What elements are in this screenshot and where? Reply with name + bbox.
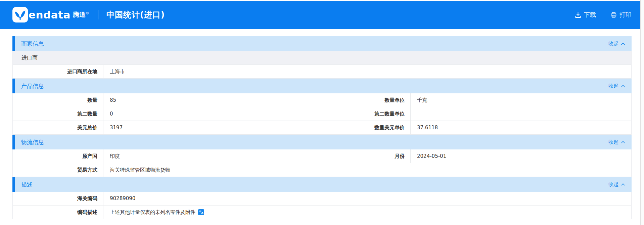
download-icon (574, 11, 582, 18)
translate-icon[interactable]: 中 A (198, 209, 204, 215)
collapse-label: 收起 (608, 83, 618, 89)
table-row: 美元总价 3197 数量美元单价 37.6118 (12, 121, 632, 135)
collapse-button-logistics[interactable]: 收起 (608, 139, 625, 145)
section-header-merchant: 商家信息 收起 (12, 36, 632, 51)
table-row: 数量 85 数量单位 千克 (12, 93, 632, 107)
field-label: 数量 (13, 93, 103, 107)
field-value: 2024-05-01 (411, 149, 631, 163)
field-label: 贸易方式 (13, 163, 103, 177)
translate-en-glyph: A (201, 212, 203, 215)
table-row: 原产国 印度 月份 2024-05-01 (12, 149, 632, 163)
chevron-up-icon (621, 183, 625, 186)
header-divider (98, 10, 98, 19)
section-header-logistics: 物流信息 收起 (12, 135, 632, 149)
field-value: 海关特殊监管区域物流货物 (103, 163, 631, 177)
table-row: 编码描述 上述其他计量仪表的未列名零件及附件 中 A (12, 206, 632, 219)
field-value (411, 107, 631, 121)
brand-wordmark: endata (29, 9, 71, 21)
chevron-up-icon (621, 85, 625, 88)
field-label: 原产国 (13, 149, 103, 163)
field-value: 上述其他计量仪表的未列名零件及附件 (110, 209, 195, 216)
table-row: 进口商 (12, 51, 632, 65)
brand-cjk: 腾道® (73, 10, 89, 19)
scrollbar[interactable] (640, 0, 644, 225)
field-label: 数量美元单价 (322, 121, 411, 134)
page-title: 中国统计(进口) (106, 9, 165, 20)
table-row: 进口商所在地 上海市 (12, 65, 632, 79)
banner-text: 进口商 (21, 54, 38, 61)
section-header-product: 产品信息 收起 (12, 79, 632, 93)
chevron-up-icon (621, 42, 625, 45)
detail-panel: 商家信息 收起 进口商 进口商所在地 上海市 产品信息 收起 数量 85 数量单… (12, 36, 632, 219)
section-title: 商家信息 (21, 40, 44, 48)
tendata-leaf-glyph (14, 9, 26, 20)
field-value: 90289090 (103, 192, 631, 205)
print-button[interactable]: 打印 (610, 11, 632, 19)
section-title: 物流信息 (21, 138, 44, 146)
field-label: 月份 (322, 149, 411, 163)
field-value: 上海市 (103, 65, 631, 78)
section-header-description: 描述 收起 (12, 177, 632, 192)
field-label: 第二数量单位 (322, 107, 411, 121)
tendata-logo-icon[interactable] (12, 7, 28, 22)
collapse-button-product[interactable]: 收起 (608, 83, 625, 89)
field-label: 美元总价 (13, 121, 103, 134)
field-value: 85 (103, 93, 322, 107)
table-row: 第二数量 0 第二数量单位 (12, 107, 632, 121)
chevron-up-icon (621, 141, 625, 144)
table-row: 海关编码 90289090 (12, 192, 632, 206)
collapse-button-merchant[interactable]: 收起 (608, 41, 625, 47)
section-title: 产品信息 (21, 82, 44, 90)
collapse-button-description[interactable]: 收起 (608, 181, 625, 188)
printer-icon (610, 11, 617, 18)
app-header: endata 腾道® 中国统计(进口) 下载 打印 (0, 1, 644, 29)
download-button[interactable]: 下载 (574, 11, 596, 19)
collapse-label: 收起 (608, 139, 618, 145)
field-label: 数量单位 (322, 93, 411, 107)
field-value: 37.6118 (411, 121, 631, 134)
section-title: 描述 (21, 181, 33, 188)
download-label: 下载 (584, 11, 596, 19)
field-label: 编码描述 (13, 206, 103, 219)
table-row: 贸易方式 海关特殊监管区域物流货物 (12, 163, 632, 177)
field-label: 第二数量 (13, 107, 103, 121)
field-label: 海关编码 (13, 192, 103, 205)
field-label: 进口商所在地 (13, 65, 103, 78)
field-value-with-icon: 上述其他计量仪表的未列名零件及附件 中 A (103, 206, 631, 219)
collapse-label: 收起 (608, 181, 618, 188)
field-value: 3197 (103, 121, 322, 134)
header-actions: 下载 打印 (574, 11, 632, 19)
field-value: 印度 (103, 149, 322, 163)
print-label: 打印 (619, 11, 632, 19)
field-value: 千克 (411, 93, 631, 107)
registered-mark: ® (86, 11, 89, 15)
field-value: 0 (103, 107, 322, 121)
collapse-label: 收起 (608, 41, 618, 47)
